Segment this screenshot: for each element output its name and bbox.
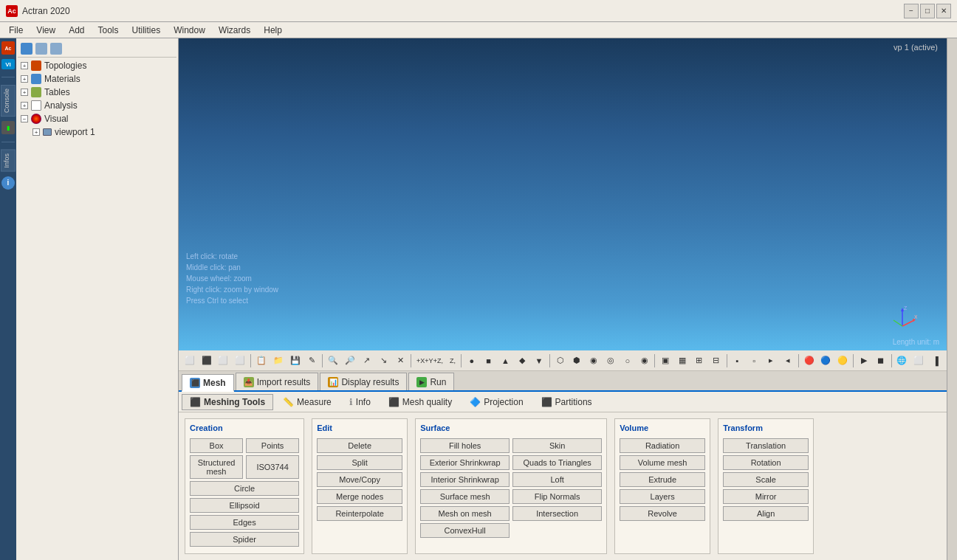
toolbar-arrow-1[interactable]: ↗	[359, 353, 375, 369]
tree-item-analysis[interactable]: + Analysis	[18, 99, 176, 112]
tree-expand-tables[interactable]: +	[21, 89, 28, 96]
tree-expand-topologies[interactable]: +	[21, 62, 28, 69]
menu-utilities[interactable]: Utilities	[126, 24, 167, 37]
toolbar-sq-3[interactable]: ⬜	[910, 353, 927, 369]
btn-translation[interactable]: Translation	[723, 438, 809, 453]
sub-tab-info[interactable]: ℹ Info	[341, 394, 379, 410]
minimize-button[interactable]: −	[904, 4, 919, 18]
toolbar-arrow-2[interactable]: ↘	[376, 353, 392, 369]
toolbar-down[interactable]: ▼	[531, 353, 547, 369]
toolbar-xyz[interactable]: +X+Y+Z,	[414, 353, 446, 369]
btn-revolve[interactable]: Revolve	[620, 506, 705, 521]
toolbar-sm-sq-1[interactable]: ▪	[730, 353, 746, 369]
sub-tab-partitions[interactable]: ⬛ Partitions	[533, 394, 600, 410]
tab-run[interactable]: ▶ Run	[408, 373, 454, 390]
toolbar-ring-2[interactable]: ◎	[603, 353, 619, 369]
btn-box[interactable]: Box	[190, 438, 243, 453]
toolbar-btn-4[interactable]: ⬜	[232, 353, 248, 369]
tab-display-results[interactable]: 📊 Display results	[320, 373, 407, 390]
toolbar-circle-1[interactable]: ●	[464, 353, 480, 369]
toolbar-btn-8[interactable]: ✎	[303, 353, 320, 369]
toolbar-btn-1[interactable]: ⬜	[182, 353, 198, 369]
sub-tab-meshing-tools[interactable]: ⬛ Meshing Tools	[182, 394, 273, 410]
btn-split[interactable]: Split	[317, 455, 402, 470]
toolbar-hex-2[interactable]: ⬢	[569, 353, 586, 369]
menu-help[interactable]: Help	[258, 24, 288, 37]
tree-expand-viewport[interactable]: +	[32, 128, 40, 136]
btn-points[interactable]: Points	[246, 438, 299, 453]
toolbar-yellow[interactable]: 🟡	[834, 353, 851, 369]
tree-expand-materials[interactable]: +	[21, 75, 28, 83]
toolbar-blue[interactable]: 🔵	[817, 353, 834, 369]
btn-quads-to-triangles[interactable]: Quads to Triangles	[512, 455, 602, 470]
tree-item-materials[interactable]: + Materials	[18, 72, 176, 86]
sub-tab-measure[interactable]: 📏 Measure	[275, 394, 340, 410]
toolbar-hex-1[interactable]: ⬡	[552, 353, 569, 369]
toolbar-square-2[interactable]: ▣	[657, 353, 673, 369]
sub-tab-projection[interactable]: 🔷 Projection	[462, 394, 531, 410]
toolbar-btn-5[interactable]: 📋	[253, 353, 270, 369]
btn-layers[interactable]: Layers	[620, 489, 705, 504]
toolbar-sm-sq-2[interactable]: ▫	[746, 353, 762, 369]
btn-edges[interactable]: Edges	[190, 515, 299, 530]
btn-scale[interactable]: Scale	[723, 472, 809, 487]
tree-item-tables[interactable]: + Tables	[18, 86, 176, 99]
toolbar-red[interactable]: 🔴	[801, 353, 817, 369]
toolbar-diamond[interactable]: ◆	[514, 353, 530, 369]
toolbar-grid-3[interactable]: ⊟	[708, 353, 724, 369]
btn-interior-shrinkwrap[interactable]: Interior Shrinkwrap	[420, 472, 510, 487]
toolbar-grid-1[interactable]: ▦	[674, 353, 690, 369]
menu-wizards[interactable]: Wizards	[213, 24, 256, 37]
toolbar-btn-2[interactable]: ⬛	[199, 353, 215, 369]
btn-structured-mesh[interactable]: Structured mesh	[190, 455, 243, 479]
toolbar-circle-2[interactable]: ○	[620, 353, 636, 369]
toolbar-zoom-out[interactable]: 🔎	[342, 353, 358, 369]
btn-delete[interactable]: Delete	[317, 438, 402, 453]
tree-expand-visual[interactable]: −	[21, 115, 28, 122]
toolbar-tri[interactable]: ▲	[497, 353, 513, 369]
toolbar-ring-3[interactable]: ◉	[637, 353, 653, 369]
btn-reinterpolate[interactable]: Reinterpolate	[317, 506, 402, 521]
btn-align[interactable]: Align	[723, 506, 809, 521]
btn-volume-mesh[interactable]: Volume mesh	[620, 455, 705, 470]
btn-circle[interactable]: Circle	[190, 481, 299, 496]
sidebar-console[interactable]: Console	[1, 85, 16, 117]
btn-extrude[interactable]: Extrude	[620, 472, 705, 487]
toolbar-back[interactable]: ◂	[780, 353, 796, 369]
btn-mesh-on-mesh[interactable]: Mesh on mesh	[420, 506, 510, 521]
menu-view[interactable]: View	[30, 24, 61, 37]
toolbar-ring-1[interactable]: ◉	[586, 353, 602, 369]
btn-radiation[interactable]: Radiation	[620, 438, 705, 453]
menu-tools[interactable]: Tools	[92, 24, 125, 37]
tree-item-visual[interactable]: − Visual	[18, 112, 176, 125]
toolbar-globe[interactable]: 🌐	[894, 353, 910, 369]
btn-loft[interactable]: Loft	[512, 472, 602, 487]
toolbar-btn-7[interactable]: 💾	[287, 353, 303, 369]
btn-flip-normals[interactable]: Flip Normals	[512, 489, 602, 504]
toolbar-square-1[interactable]: ■	[481, 353, 497, 369]
btn-skin[interactable]: Skin	[512, 438, 602, 453]
maximize-button[interactable]: □	[920, 4, 935, 18]
btn-convexhull[interactable]: ConvexHull	[420, 523, 510, 538]
right-scrollbar[interactable]	[947, 38, 957, 560]
btn-spider[interactable]: Spider	[190, 532, 299, 547]
toolbar-stop[interactable]: ◼	[873, 353, 889, 369]
menu-file[interactable]: File	[3, 24, 29, 37]
toolbar-z[interactable]: Z,	[447, 353, 459, 369]
tab-import-results[interactable]: 📥 Import results	[236, 373, 319, 390]
toolbar-play[interactable]: ▸	[763, 353, 779, 369]
toolbar-grid-2[interactable]: ⊞	[691, 353, 707, 369]
btn-movecopy[interactable]: Move/Copy	[317, 472, 402, 487]
btn-ellipsoid[interactable]: Ellipsoid	[190, 498, 299, 513]
tree-expand-analysis[interactable]: +	[21, 102, 28, 109]
btn-surface-mesh[interactable]: Surface mesh	[420, 489, 510, 504]
toolbar-btn-3[interactable]: ⬜	[216, 353, 232, 369]
tree-item-topologies[interactable]: + Topologies	[18, 59, 176, 72]
btn-merge-nodes[interactable]: Merge nodes	[317, 489, 402, 504]
toolbar-zoom-in[interactable]: 🔍	[325, 353, 341, 369]
btn-mirror[interactable]: Mirror	[723, 489, 809, 504]
toolbar-play-2[interactable]: ▶	[856, 353, 872, 369]
close-button[interactable]: ✕	[936, 4, 951, 18]
tab-mesh[interactable]: ⬛ Mesh	[182, 374, 234, 392]
viewport-3d[interactable]: vp 1 (active) Left click: rotate Middle …	[179, 38, 947, 350]
